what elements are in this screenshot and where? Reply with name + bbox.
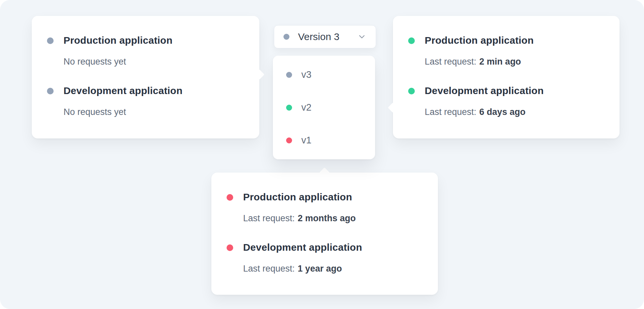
selected-version-dot: [283, 34, 289, 40]
version-selector-button[interactable]: Version 3: [274, 25, 376, 48]
list-item: Development application Last request:6 d…: [408, 84, 601, 118]
version-option-v2[interactable]: v2: [273, 91, 375, 124]
v1-card-callout-arrow: [319, 167, 329, 178]
list-item: Production application Last request:2 mo…: [227, 191, 419, 224]
list-item: Development application No requests yet: [47, 84, 241, 118]
item-texts: Production application No requests yet: [64, 34, 172, 67]
v3-card-callout-arrow: [254, 69, 264, 79]
application-title: Production application: [425, 34, 534, 47]
version-option-label: v2: [301, 102, 312, 113]
v2-status-card: Production application Last request:2 mi…: [393, 16, 620, 138]
item-texts: Production application Last request:2 mi…: [425, 34, 534, 67]
status-dot: [47, 37, 54, 44]
request-status: Last request:1 year ago: [243, 263, 362, 274]
v3-status-card: Production application No requests yet D…: [32, 16, 259, 138]
status-dot: [47, 88, 54, 94]
item-texts: Development application No requests yet: [64, 84, 183, 118]
request-status: Last request:2 min ago: [425, 56, 534, 67]
request-status-value: 6 days ago: [479, 107, 526, 117]
request-status-label: Last request:: [243, 213, 295, 223]
item-texts: Development application Last request:6 d…: [425, 84, 544, 118]
list-item: Production application Last request:2 mi…: [408, 34, 601, 67]
version-dot: [286, 105, 292, 111]
version-dropdown-menu: v3 v2 v1: [273, 56, 375, 159]
v2-card-callout-arrow: [388, 102, 398, 113]
request-status: No requests yet: [64, 106, 183, 118]
status-dot: [227, 244, 233, 251]
selected-version-label: Version 3: [298, 31, 339, 42]
request-status: No requests yet: [64, 56, 172, 67]
application-title: Development application: [64, 84, 183, 97]
request-status-value: 1 year ago: [298, 264, 342, 274]
page-background: Production application No requests yet D…: [0, 0, 644, 309]
request-status: Last request:6 days ago: [425, 106, 544, 118]
request-status-label: Last request:: [425, 107, 476, 117]
version-option-v3[interactable]: v3: [273, 58, 375, 91]
application-title: Development application: [425, 84, 544, 97]
status-dot: [408, 37, 415, 44]
version-option-label: v1: [301, 135, 312, 146]
request-status-value: 2 min ago: [479, 57, 521, 67]
request-status-value: 2 months ago: [298, 213, 356, 223]
request-status-label: Last request:: [243, 264, 295, 274]
version-dot: [286, 72, 292, 78]
application-title: Production application: [243, 191, 356, 203]
status-dot: [227, 194, 233, 201]
version-option-v1[interactable]: v1: [273, 124, 375, 157]
list-item: Development application Last request:1 y…: [227, 241, 419, 274]
version-option-label: v3: [301, 69, 312, 80]
item-texts: Production application Last request:2 mo…: [243, 191, 356, 224]
request-status-label: Last request:: [425, 57, 476, 67]
chevron-down-icon: [357, 32, 366, 41]
request-status: Last request:2 months ago: [243, 213, 356, 224]
status-dot: [408, 88, 415, 94]
list-item: Production application No requests yet: [47, 34, 241, 67]
application-title: Development application: [243, 241, 362, 254]
item-texts: Development application Last request:1 y…: [243, 241, 362, 274]
version-dot: [286, 137, 292, 143]
application-title: Production application: [64, 34, 172, 47]
v1-status-card: Production application Last request:2 mo…: [211, 173, 438, 295]
